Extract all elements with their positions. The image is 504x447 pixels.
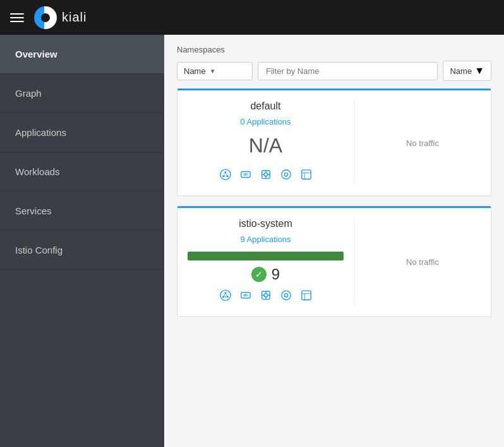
- apps-link-istio[interactable]: 9 Applications: [188, 235, 344, 244]
- app-title: kiali: [62, 10, 87, 25]
- namespace-card-istio-system: istio-system 9 Applications ✓ 9: [177, 206, 491, 317]
- traffic-label-default: No traffic: [406, 138, 439, 148]
- hamburger-button[interactable]: [10, 13, 24, 22]
- sidebar-item-overview[interactable]: Overview: [0, 35, 164, 74]
- namespace-card-default: default 0 Applications N/A: [177, 89, 491, 196]
- svg-line-4: [223, 172, 225, 176]
- apps-link-default[interactable]: 0 Applications: [188, 117, 344, 126]
- metric-default: N/A: [188, 134, 344, 157]
- content-area: Namespaces Name ▼ Name ▼ default: [164, 35, 504, 447]
- svg-point-34: [264, 293, 267, 297]
- filters-row: Name ▼ Name ▼: [177, 61, 491, 81]
- sort-label: Name: [450, 66, 472, 76]
- svg-point-18: [284, 173, 287, 176]
- namespace-cards-container: default 0 Applications N/A: [164, 89, 504, 340]
- check-icon: ✓: [255, 269, 263, 279]
- svg-rect-19: [301, 170, 310, 179]
- card-inner-default: default 0 Applications N/A: [177, 90, 491, 195]
- namespaces-label: Namespaces: [177, 45, 491, 54]
- filter-type-select[interactable]: Name ▼: [177, 62, 253, 80]
- workload-icon-istio[interactable]: [240, 290, 251, 303]
- card-right-istio: No traffic: [354, 218, 481, 306]
- sidebar-item-services[interactable]: Services: [0, 192, 164, 231]
- namespace-title-default: default: [188, 101, 344, 112]
- config-icon-default[interactable]: [301, 169, 312, 183]
- route-icon-istio[interactable]: [280, 290, 292, 303]
- svg-line-5: [225, 172, 228, 176]
- svg-line-26: [223, 293, 225, 297]
- sidebar-item-istio-config[interactable]: Istio Config: [0, 231, 164, 270]
- workload-icon-default[interactable]: [240, 169, 251, 183]
- sort-select[interactable]: Name ▼: [443, 61, 491, 81]
- svg-point-12: [264, 173, 267, 176]
- svg-point-0: [220, 169, 230, 180]
- svg-point-17: [281, 170, 290, 179]
- filter-type-arrow-icon: ▼: [210, 68, 216, 75]
- app-icon-default[interactable]: [220, 169, 231, 183]
- sidebar-item-workloads[interactable]: Workloads: [0, 152, 164, 192]
- card-icons-default: [188, 162, 344, 185]
- svg-rect-41: [301, 291, 310, 300]
- traffic-label-istio: No traffic: [406, 257, 439, 267]
- svg-point-39: [281, 291, 290, 300]
- topnav: kiali: [0, 0, 504, 35]
- config-icon-istio[interactable]: [301, 290, 312, 303]
- service-icon-istio[interactable]: [260, 290, 272, 303]
- health-count-istio: 9: [272, 266, 280, 283]
- sidebar-item-graph[interactable]: Graph: [0, 74, 164, 113]
- filter-type-text: Name: [184, 66, 206, 76]
- progress-bar-istio: [188, 252, 344, 260]
- filter-name-input[interactable]: [258, 62, 438, 80]
- svg-line-27: [225, 293, 228, 297]
- svg-point-22: [220, 290, 230, 300]
- check-circle-istio: ✓: [251, 267, 267, 282]
- card-right-default: No traffic: [354, 101, 481, 185]
- card-left-istio: istio-system 9 Applications ✓ 9: [188, 218, 354, 306]
- namespace-title-istio: istio-system: [188, 218, 344, 230]
- sort-arrow-icon: ▼: [474, 65, 484, 77]
- sidebar-item-applications[interactable]: Applications: [0, 113, 164, 152]
- progress-bar-container-istio: [188, 252, 344, 260]
- health-row-istio: ✓ 9: [188, 266, 344, 283]
- kiali-logo-icon: [34, 6, 57, 29]
- main-layout: Overview Graph Applications Workloads Se…: [0, 35, 504, 447]
- card-icons-istio: [188, 283, 344, 306]
- service-icon-default[interactable]: [260, 169, 272, 183]
- card-inner-istio: istio-system 9 Applications ✓ 9: [177, 208, 491, 316]
- route-icon-default[interactable]: [280, 169, 292, 183]
- content-header: Namespaces Name ▼ Name ▼: [164, 35, 504, 89]
- logo-container: kiali: [34, 6, 87, 29]
- svg-point-40: [284, 293, 287, 297]
- card-left-default: default 0 Applications N/A: [188, 101, 354, 185]
- sidebar: Overview Graph Applications Workloads Se…: [0, 35, 164, 447]
- app-icon-istio[interactable]: [220, 290, 231, 303]
